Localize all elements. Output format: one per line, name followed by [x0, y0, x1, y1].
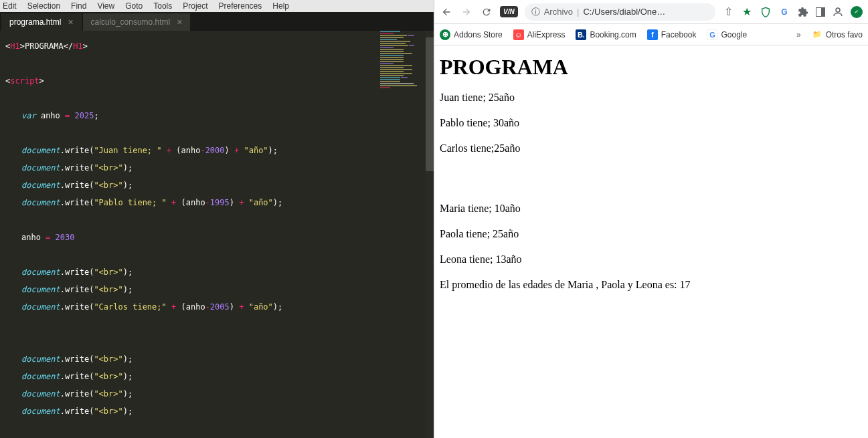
profile-icon[interactable]: [832, 6, 844, 18]
obj: document: [21, 354, 60, 364]
tab-programa[interactable]: programa.html ×: [1, 13, 82, 31]
share-icon[interactable]: ⇧: [722, 6, 734, 18]
tab-label: programa.html: [9, 17, 61, 27]
str: "Juan tiene; ": [94, 146, 161, 155]
obj: document: [21, 407, 60, 416]
facebook-icon: f: [647, 29, 658, 40]
url-bar[interactable]: ⓘ Archivo | C:/Users/diabl/One…: [525, 3, 715, 21]
kw: var: [21, 111, 36, 120]
num: 2000: [205, 146, 225, 155]
bookmark-label: Facebook: [661, 30, 697, 39]
star-icon[interactable]: ★: [741, 6, 753, 18]
url-prefix: Archivo: [544, 7, 573, 17]
bookmarks-overflow[interactable]: »: [796, 30, 801, 39]
page-content: PROGRAMA Juan tiene; 25año Pablo tiene; …: [434, 45, 868, 438]
obj: document: [21, 389, 60, 399]
back-button[interactable]: [440, 5, 453, 19]
code-area[interactable]: <H1>PROGRAMA</H1> <script> var anho = 20…: [0, 31, 434, 438]
shield-icon[interactable]: [760, 6, 772, 18]
menu-preferences[interactable]: Preferences: [219, 1, 262, 11]
menu-goto[interactable]: Goto: [125, 1, 143, 11]
output-line: Paola tiene; 25año: [440, 228, 863, 240]
bookmark-google[interactable]: GGoogle: [707, 29, 747, 40]
fn: write: [65, 146, 89, 155]
obj: document: [21, 302, 60, 312]
fn: write: [65, 285, 89, 294]
folder-icon: 📁: [812, 29, 822, 40]
fn: write: [65, 198, 89, 207]
fn: write: [65, 389, 89, 399]
bookmark-facebook[interactable]: fFacebook: [647, 29, 697, 40]
bookmark-label: Google: [721, 30, 747, 39]
bookmark-label: Otros favo: [826, 30, 863, 39]
booking-icon: B.: [576, 29, 586, 40]
str: "<br>": [94, 267, 122, 277]
url-text: C:/Users/diabl/One…: [583, 7, 665, 17]
menubar: Edit Selection Find View Goto Tools Proj…: [0, 0, 434, 12]
bookmark-addons-store[interactable]: ⊕Addons Store: [440, 29, 503, 40]
num: 2025: [75, 111, 94, 120]
var: anho: [186, 302, 205, 312]
str: "<br>": [94, 163, 122, 173]
str: "<br>": [94, 407, 122, 416]
bookmark-aliexpress[interactable]: ☺AliExpress: [513, 29, 566, 40]
minimap[interactable]: [380, 31, 427, 165]
info-icon: ⓘ: [531, 6, 540, 18]
output-line: El promedio de las edades de Maria , Pao…: [440, 279, 863, 291]
tag: H1: [73, 41, 82, 51]
google-icon: G: [707, 29, 717, 40]
obj: document: [21, 198, 60, 207]
code-text: PROGRAMA: [25, 41, 64, 51]
sidepanel-icon[interactable]: [816, 7, 825, 17]
str: "año": [249, 198, 273, 207]
close-icon[interactable]: ×: [177, 17, 182, 27]
vpn-badge[interactable]: V/N: [500, 6, 518, 17]
num: 2005: [210, 302, 230, 312]
var-name: anho: [41, 111, 60, 120]
menu-selection[interactable]: Selection: [27, 1, 60, 11]
output-line: Pablo tiene; 30año: [440, 117, 863, 129]
url-sep: |: [577, 7, 579, 17]
security-badge-icon[interactable]: [851, 6, 863, 18]
num: 2030: [56, 233, 75, 242]
obj: document: [21, 181, 60, 190]
menu-view[interactable]: View: [97, 1, 114, 11]
aliexpress-icon: ☺: [513, 29, 524, 40]
tab-calculo-consumo[interactable]: calculo_consumo.html ×: [83, 13, 191, 31]
scroll-thumb[interactable]: [426, 37, 434, 171]
fn: write: [65, 372, 89, 381]
bookmark-otros-favoritos[interactable]: 📁Otros favo: [812, 29, 863, 40]
obj: document: [21, 146, 60, 155]
translate-icon[interactable]: G: [778, 6, 790, 18]
scrollbar[interactable]: [426, 31, 434, 438]
forward-button[interactable]: [460, 5, 473, 19]
close-icon[interactable]: ×: [68, 17, 73, 27]
menu-edit[interactable]: Edit: [3, 1, 17, 11]
output-line: Juan tiene; 25año: [440, 92, 863, 104]
extensions-icon[interactable]: [797, 6, 809, 18]
fn: write: [65, 302, 89, 312]
bookmark-booking[interactable]: B.Booking.com: [576, 29, 636, 40]
obj: document: [21, 372, 60, 381]
store-icon: ⊕: [440, 29, 450, 40]
fn: write: [65, 267, 89, 277]
menu-help[interactable]: Help: [272, 1, 289, 11]
output-line: Maria tiene; 10año: [440, 203, 863, 215]
bookmark-label: Addons Store: [454, 30, 503, 39]
str: "<br>": [94, 372, 122, 381]
reload-button[interactable]: [480, 5, 493, 19]
page-title: PROGRAMA: [440, 55, 863, 80]
menu-tools[interactable]: Tools: [153, 1, 172, 11]
bookmark-label: Booking.com: [590, 30, 636, 39]
menu-project[interactable]: Project: [183, 1, 207, 11]
fn: write: [65, 163, 89, 173]
menu-find[interactable]: Find: [71, 1, 86, 11]
output-line: Carlos tiene;25año: [440, 142, 863, 154]
num: 1995: [210, 198, 230, 207]
str: "<br>": [94, 181, 122, 190]
svg-point-0: [836, 8, 840, 12]
browser-toolbar: V/N ⓘ Archivo | C:/Users/diabl/One… ⇧ ★ …: [434, 0, 868, 24]
tab-label: calculo_consumo.html: [91, 17, 171, 27]
fn: write: [65, 354, 89, 364]
str: "Pablo tiene; ": [94, 198, 166, 207]
